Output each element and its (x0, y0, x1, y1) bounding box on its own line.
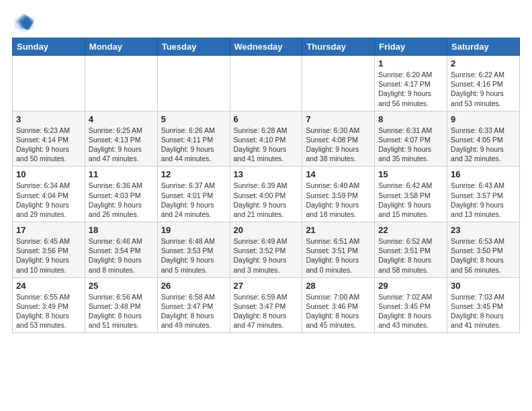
calendar-week-2: 3Sunrise: 6:23 AMSunset: 4:14 PMDaylight… (13, 111, 520, 167)
day-number: 5 (161, 114, 226, 124)
calendar-header-row: SundayMondayTuesdayWednesdayThursdayFrid… (13, 38, 520, 56)
day-info: Sunrise: 6:46 AMSunset: 3:54 PMDaylight:… (89, 236, 154, 275)
day-number: 3 (16, 114, 81, 124)
logo (12, 11, 39, 35)
day-info: Sunrise: 6:28 AMSunset: 4:10 PMDaylight:… (234, 126, 299, 164)
day-number: 22 (378, 225, 443, 235)
calendar-cell: 24Sunrise: 6:55 AMSunset: 3:49 PMDayligh… (13, 277, 85, 333)
day-info: Sunrise: 6:56 AMSunset: 3:48 PMDaylight:… (89, 292, 154, 330)
day-info: Sunrise: 6:37 AMSunset: 4:01 PMDaylight:… (161, 181, 226, 219)
day-number: 26 (161, 281, 226, 291)
calendar-header-thursday: Thursday (302, 38, 375, 56)
calendar-cell: 9Sunrise: 6:33 AMSunset: 4:05 PMDaylight… (447, 111, 520, 167)
calendar-cell: 7Sunrise: 6:30 AMSunset: 4:08 PMDaylight… (302, 111, 375, 167)
day-info: Sunrise: 6:45 AMSunset: 3:56 PMDaylight:… (16, 236, 81, 275)
calendar-cell: 3Sunrise: 6:23 AMSunset: 4:14 PMDaylight… (13, 111, 85, 167)
calendar-header-friday: Friday (375, 38, 447, 56)
day-number: 7 (306, 114, 371, 124)
day-number: 21 (306, 225, 371, 235)
logo-icon (12, 11, 36, 35)
calendar-cell: 8Sunrise: 6:31 AMSunset: 4:07 PMDaylight… (375, 111, 447, 167)
calendar-header-saturday: Saturday (447, 38, 520, 56)
day-info: Sunrise: 7:03 AMSunset: 3:45 PMDaylight:… (451, 292, 516, 330)
calendar-cell: 13Sunrise: 6:39 AMSunset: 4:00 PMDayligh… (230, 167, 302, 222)
day-number: 16 (451, 169, 516, 179)
day-info: Sunrise: 7:02 AMSunset: 3:45 PMDaylight:… (378, 292, 443, 330)
calendar-cell: 29Sunrise: 7:02 AMSunset: 3:45 PMDayligh… (375, 277, 447, 333)
day-info: Sunrise: 7:00 AMSunset: 3:46 PMDaylight:… (306, 292, 371, 330)
calendar-cell: 21Sunrise: 6:51 AMSunset: 3:51 PMDayligh… (302, 222, 375, 278)
day-number: 28 (306, 281, 371, 291)
day-info: Sunrise: 6:31 AMSunset: 4:07 PMDaylight:… (378, 126, 443, 164)
header (12, 11, 520, 35)
calendar-cell (302, 56, 375, 111)
day-info: Sunrise: 6:39 AMSunset: 4:00 PMDaylight:… (234, 181, 299, 219)
day-number: 12 (161, 169, 226, 179)
day-number: 14 (306, 169, 371, 179)
day-info: Sunrise: 6:53 AMSunset: 3:50 PMDaylight:… (451, 236, 516, 275)
day-info: Sunrise: 6:58 AMSunset: 3:47 PMDaylight:… (161, 292, 226, 330)
day-number: 30 (451, 281, 516, 291)
calendar-header-tuesday: Tuesday (157, 38, 230, 56)
day-number: 24 (16, 281, 81, 291)
calendar-header-monday: Monday (85, 38, 157, 56)
calendar-cell: 5Sunrise: 6:26 AMSunset: 4:11 PMDaylight… (157, 111, 230, 167)
day-number: 27 (234, 281, 299, 291)
day-number: 4 (89, 114, 154, 124)
calendar-cell (85, 56, 157, 111)
day-number: 13 (234, 169, 299, 179)
day-info: Sunrise: 6:22 AMSunset: 4:16 PMDaylight:… (451, 70, 516, 108)
day-info: Sunrise: 6:55 AMSunset: 3:49 PMDaylight:… (16, 292, 81, 330)
day-info: Sunrise: 6:20 AMSunset: 4:17 PMDaylight:… (378, 70, 443, 108)
day-info: Sunrise: 6:33 AMSunset: 4:05 PMDaylight:… (451, 126, 516, 164)
day-info: Sunrise: 6:52 AMSunset: 3:51 PMDaylight:… (378, 236, 443, 275)
calendar-cell: 30Sunrise: 7:03 AMSunset: 3:45 PMDayligh… (447, 277, 520, 333)
calendar-cell: 11Sunrise: 6:36 AMSunset: 4:03 PMDayligh… (85, 167, 157, 222)
day-number: 18 (89, 225, 154, 235)
day-info: Sunrise: 6:23 AMSunset: 4:14 PMDaylight:… (16, 126, 81, 164)
calendar-cell (13, 56, 85, 111)
calendar-cell: 14Sunrise: 6:40 AMSunset: 3:59 PMDayligh… (302, 167, 375, 222)
calendar-table: SundayMondayTuesdayWednesdayThursdayFrid… (12, 38, 520, 333)
day-number: 19 (161, 225, 226, 235)
calendar-cell: 28Sunrise: 7:00 AMSunset: 3:46 PMDayligh… (302, 277, 375, 333)
day-info: Sunrise: 6:59 AMSunset: 3:47 PMDaylight:… (234, 292, 299, 330)
calendar-cell: 10Sunrise: 6:34 AMSunset: 4:04 PMDayligh… (13, 167, 85, 222)
day-info: Sunrise: 6:26 AMSunset: 4:11 PMDaylight:… (161, 126, 226, 164)
calendar-cell (157, 56, 230, 111)
calendar-cell: 4Sunrise: 6:25 AMSunset: 4:13 PMDaylight… (85, 111, 157, 167)
calendar-cell: 6Sunrise: 6:28 AMSunset: 4:10 PMDaylight… (230, 111, 302, 167)
calendar-cell: 17Sunrise: 6:45 AMSunset: 3:56 PMDayligh… (13, 222, 85, 278)
calendar-cell: 19Sunrise: 6:48 AMSunset: 3:53 PMDayligh… (157, 222, 230, 278)
day-info: Sunrise: 6:48 AMSunset: 3:53 PMDaylight:… (161, 236, 226, 275)
calendar-cell: 1Sunrise: 6:20 AMSunset: 4:17 PMDaylight… (375, 56, 447, 111)
day-number: 8 (378, 114, 443, 124)
day-number: 29 (378, 281, 443, 291)
calendar-cell (230, 56, 302, 111)
calendar-cell: 23Sunrise: 6:53 AMSunset: 3:50 PMDayligh… (447, 222, 520, 278)
day-info: Sunrise: 6:42 AMSunset: 3:58 PMDaylight:… (378, 181, 443, 219)
calendar-cell: 2Sunrise: 6:22 AMSunset: 4:16 PMDaylight… (447, 56, 520, 111)
calendar-header-wednesday: Wednesday (230, 38, 302, 56)
calendar-week-5: 24Sunrise: 6:55 AMSunset: 3:49 PMDayligh… (13, 277, 520, 333)
calendar-cell: 12Sunrise: 6:37 AMSunset: 4:01 PMDayligh… (157, 167, 230, 222)
calendar-cell: 18Sunrise: 6:46 AMSunset: 3:54 PMDayligh… (85, 222, 157, 278)
calendar-cell: 22Sunrise: 6:52 AMSunset: 3:51 PMDayligh… (375, 222, 447, 278)
day-number: 20 (234, 225, 299, 235)
day-info: Sunrise: 6:51 AMSunset: 3:51 PMDaylight:… (306, 236, 371, 275)
day-number: 15 (378, 169, 443, 179)
day-info: Sunrise: 6:36 AMSunset: 4:03 PMDaylight:… (89, 181, 154, 219)
calendar-cell: 27Sunrise: 6:59 AMSunset: 3:47 PMDayligh… (230, 277, 302, 333)
day-info: Sunrise: 6:25 AMSunset: 4:13 PMDaylight:… (89, 126, 154, 164)
day-number: 10 (16, 169, 81, 179)
calendar-header-sunday: Sunday (13, 38, 85, 56)
day-number: 9 (451, 114, 516, 124)
calendar-week-4: 17Sunrise: 6:45 AMSunset: 3:56 PMDayligh… (13, 222, 520, 278)
day-info: Sunrise: 6:49 AMSunset: 3:52 PMDaylight:… (234, 236, 299, 275)
day-info: Sunrise: 6:40 AMSunset: 3:59 PMDaylight:… (306, 181, 371, 219)
day-number: 17 (16, 225, 81, 235)
calendar-cell: 15Sunrise: 6:42 AMSunset: 3:58 PMDayligh… (375, 167, 447, 222)
day-number: 25 (89, 281, 154, 291)
day-info: Sunrise: 6:34 AMSunset: 4:04 PMDaylight:… (16, 181, 81, 219)
day-number: 2 (451, 58, 516, 68)
